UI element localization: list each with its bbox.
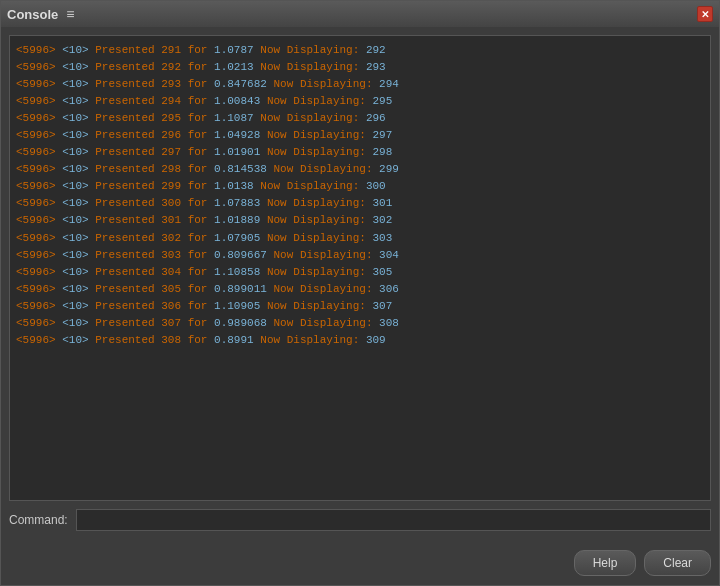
table-row: <5996> <10> Presented 299 for 1.0138 Now… — [16, 178, 704, 195]
command-area: Command: — [9, 507, 711, 533]
table-row: <5996> <10> Presented 293 for 0.847682 N… — [16, 76, 704, 93]
table-row: <5996> <10> Presented 298 for 0.814538 N… — [16, 161, 704, 178]
table-row: <5996> <10> Presented 291 for 1.0787 Now… — [16, 42, 704, 59]
table-row: <5996> <10> Presented 304 for 1.10858 No… — [16, 264, 704, 281]
table-row: <5996> <10> Presented 303 for 0.809667 N… — [16, 247, 704, 264]
command-input[interactable] — [76, 509, 711, 531]
title-bar: Console ≡ ✕ — [1, 1, 719, 27]
table-row: <5996> <10> Presented 302 for 1.07905 No… — [16, 230, 704, 247]
clear-button[interactable]: Clear — [644, 550, 711, 576]
table-row: <5996> <10> Presented 308 for 0.8991 Now… — [16, 332, 704, 349]
table-row: <5996> <10> Presented 295 for 1.1087 Now… — [16, 110, 704, 127]
console-window: Console ≡ ✕ <5996> <10> Presented 291 fo… — [0, 0, 720, 586]
table-row: <5996> <10> Presented 301 for 1.01889 No… — [16, 212, 704, 229]
table-row: <5996> <10> Presented 305 for 0.899011 N… — [16, 281, 704, 298]
bottom-bar: Help Clear — [1, 541, 719, 585]
help-button[interactable]: Help — [574, 550, 637, 576]
table-row: <5996> <10> Presented 294 for 1.00843 No… — [16, 93, 704, 110]
menu-icon[interactable]: ≡ — [66, 6, 74, 22]
title-bar-left: Console ≡ — [7, 6, 74, 22]
table-row: <5996> <10> Presented 300 for 1.07883 No… — [16, 195, 704, 212]
table-row: <5996> <10> Presented 296 for 1.04928 No… — [16, 127, 704, 144]
command-label: Command: — [9, 513, 68, 527]
table-row: <5996> <10> Presented 292 for 1.0213 Now… — [16, 59, 704, 76]
close-button[interactable]: ✕ — [697, 6, 713, 22]
window-title: Console — [7, 7, 58, 22]
table-row: <5996> <10> Presented 297 for 1.01901 No… — [16, 144, 704, 161]
table-row: <5996> <10> Presented 307 for 0.989068 N… — [16, 315, 704, 332]
console-output[interactable]: <5996> <10> Presented 291 for 1.0787 Now… — [9, 35, 711, 501]
content-area: <5996> <10> Presented 291 for 1.0787 Now… — [1, 27, 719, 541]
table-row: <5996> <10> Presented 306 for 1.10905 No… — [16, 298, 704, 315]
